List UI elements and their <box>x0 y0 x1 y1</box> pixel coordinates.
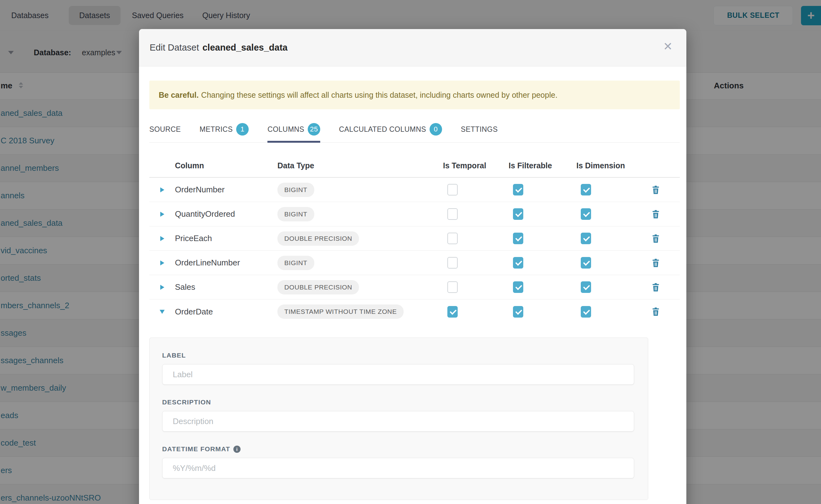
is-temporal-checkbox[interactable] <box>448 257 458 269</box>
tab-metrics[interactable]: METRICS1 <box>200 123 249 143</box>
delete-column-icon[interactable] <box>648 185 660 195</box>
column-name: Sales <box>175 282 277 292</box>
is-temporal-checkbox[interactable] <box>448 208 458 220</box>
tab-count-badge: 25 <box>308 123 320 136</box>
column-name: OrderDate <box>175 307 277 317</box>
close-icon[interactable]: ✕ <box>663 41 673 52</box>
is-temporal-checkbox[interactable] <box>448 306 458 318</box>
data-type-header: Data Type <box>277 161 443 170</box>
data-type-pill: DOUBLE PRECISION <box>277 231 359 246</box>
is-filterable-checkbox[interactable] <box>513 257 523 269</box>
tab-label: SETTINGS <box>461 125 498 134</box>
is-dimension-checkbox[interactable] <box>581 306 591 318</box>
column-name: PriceEach <box>175 234 277 243</box>
columns-table-header: Column Data Type Is Temporal Is Filterab… <box>149 154 680 178</box>
columns-table-rows: OrderNumberBIGINTQuantityOrderedBIGINTPr… <box>149 178 680 324</box>
is-filterable-header: Is Filterable <box>509 161 576 170</box>
tab-label: CALCULATED COLUMNS <box>339 125 426 134</box>
label-field-label: LABEL <box>162 352 634 359</box>
is-temporal-checkbox[interactable] <box>448 281 458 293</box>
datetime-format-field-label: DATETIME FORMAT i <box>162 445 634 453</box>
tab-label: SOURCE <box>149 125 181 134</box>
data-type-pill: BIGINT <box>277 256 314 270</box>
delete-column-icon[interactable] <box>648 283 660 292</box>
datetime-format-input[interactable] <box>162 458 634 478</box>
data-type-pill: DOUBLE PRECISION <box>277 280 359 294</box>
columns-table: Column Data Type Is Temporal Is Filterab… <box>149 154 680 324</box>
column-name: QuantityOrdered <box>175 209 277 219</box>
is-dimension-checkbox[interactable] <box>581 184 591 195</box>
column-name: OrderLineNumber <box>175 258 277 268</box>
data-type-pill: TIMESTAMP WITHOUT TIME ZONE <box>277 304 403 319</box>
is-dimension-checkbox[interactable] <box>581 257 591 269</box>
column-row-orderlinenumber: OrderLineNumberBIGINT <box>149 251 680 275</box>
warning-banner: Be careful. Changing these settings will… <box>149 81 680 109</box>
warning-bold-text: Be careful. <box>159 91 199 100</box>
modal-tabs: SOURCEMETRICS1COLUMNS25CALCULATED COLUMN… <box>149 123 680 143</box>
tab-count-badge: 1 <box>236 123 249 136</box>
tab-source[interactable]: SOURCE <box>149 123 181 143</box>
tab-columns[interactable]: COLUMNS25 <box>267 123 320 143</box>
label-input[interactable] <box>162 364 634 385</box>
modal-title-dataset-name: cleaned_sales_data <box>202 42 287 53</box>
is-dimension-checkbox[interactable] <box>581 208 591 220</box>
tab-label: METRICS <box>200 125 233 134</box>
column-detail-panel: LABEL DESCRIPTION DATETIME FORMAT i <box>149 338 648 500</box>
modal-body: Be careful. Changing these settings will… <box>139 81 686 500</box>
expand-caret-icon[interactable] <box>160 236 164 241</box>
column-row-orderdate: OrderDateTIMESTAMP WITHOUT TIME ZONE <box>149 299 680 324</box>
info-icon[interactable]: i <box>233 446 240 453</box>
data-type-pill: BIGINT <box>277 207 314 221</box>
delete-column-icon[interactable] <box>648 234 660 243</box>
is-filterable-checkbox[interactable] <box>513 306 523 318</box>
expand-caret-icon[interactable] <box>160 260 164 265</box>
column-row-quantityordered: QuantityOrderedBIGINT <box>149 202 680 226</box>
is-temporal-checkbox[interactable] <box>448 184 458 195</box>
tab-settings[interactable]: SETTINGS <box>461 123 498 143</box>
is-filterable-checkbox[interactable] <box>513 208 523 220</box>
data-type-pill: BIGINT <box>277 183 314 197</box>
expand-caret-icon[interactable] <box>160 212 164 217</box>
column-row-ordernumber: OrderNumberBIGINT <box>149 178 680 202</box>
delete-column-icon[interactable] <box>648 307 660 316</box>
is-dimension-checkbox[interactable] <box>581 233 591 244</box>
is-dimension-header: Is Dimension <box>576 161 648 170</box>
delete-column-icon[interactable] <box>648 210 660 219</box>
tab-calculated-columns[interactable]: CALCULATED COLUMNS0 <box>339 123 442 143</box>
collapse-caret-icon[interactable] <box>160 310 165 314</box>
modal-header: Edit Dataset cleaned_sales_data ✕ <box>139 29 686 67</box>
tab-label: COLUMNS <box>267 125 304 134</box>
description-field-label: DESCRIPTION <box>162 398 634 406</box>
column-row-priceeach: PriceEachDOUBLE PRECISION <box>149 226 680 251</box>
column-name: OrderNumber <box>175 185 277 195</box>
is-filterable-checkbox[interactable] <box>513 184 523 195</box>
is-filterable-checkbox[interactable] <box>513 233 523 244</box>
screen: DatabasesDatasetsSaved QueriesQuery Hist… <box>0 0 821 504</box>
datetime-format-label-text: DATETIME FORMAT <box>162 445 230 453</box>
edit-dataset-modal: Edit Dataset cleaned_sales_data ✕ Be car… <box>139 29 686 504</box>
is-temporal-checkbox[interactable] <box>448 233 458 244</box>
is-dimension-checkbox[interactable] <box>581 281 591 293</box>
expand-caret-icon[interactable] <box>160 285 164 290</box>
is-temporal-header: Is Temporal <box>443 161 509 170</box>
delete-column-icon[interactable] <box>648 258 660 268</box>
description-input[interactable] <box>162 411 634 432</box>
warning-text: Changing these settings will affect all … <box>201 91 558 100</box>
column-row-sales: SalesDOUBLE PRECISION <box>149 275 680 299</box>
column-header: Column <box>175 161 277 170</box>
expand-caret-icon[interactable] <box>160 187 164 192</box>
modal-title: Edit Dataset <box>150 42 199 53</box>
tab-count-badge: 0 <box>430 123 442 136</box>
is-filterable-checkbox[interactable] <box>513 281 523 293</box>
